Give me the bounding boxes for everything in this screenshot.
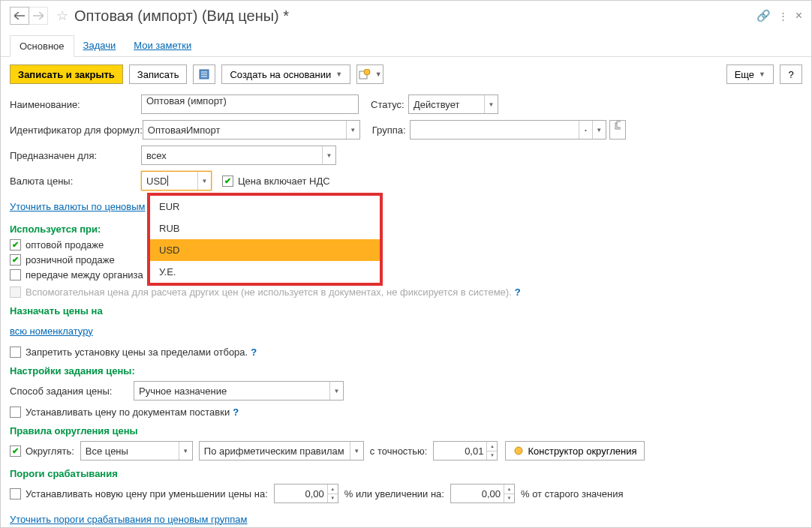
set-by-docs-checkbox[interactable]: ✔ xyxy=(10,406,21,418)
tab-tasks[interactable]: Задачи xyxy=(74,35,125,56)
chevron-down-icon[interactable]: ▼ xyxy=(592,121,606,139)
round-rule-select[interactable]: По арифметическим правилам ▼ xyxy=(199,441,364,460)
currency-option-ue[interactable]: У.Е. xyxy=(150,261,380,283)
spinner-icon[interactable]: ▲▼ xyxy=(327,484,338,502)
refine-currencies-link[interactable]: Уточнить валюты по ценовым xyxy=(10,201,146,212)
tab-main[interactable]: Основное xyxy=(10,35,74,57)
help-icon[interactable]: ? xyxy=(251,346,257,358)
constructor-icon xyxy=(513,446,524,456)
thresholds-header: Пороги срабатывания xyxy=(10,468,802,479)
name-input[interactable]: Оптовая (импорт) xyxy=(141,94,359,114)
vat-label: Цена включает НДС xyxy=(238,176,330,187)
wholesale-checkbox[interactable]: ✔ xyxy=(10,239,21,250)
set-new-price-checkbox[interactable]: ✔ xyxy=(10,488,21,500)
constructor-button[interactable]: Конструктор округления xyxy=(505,441,645,460)
chevron-down-icon: ▼ xyxy=(759,70,765,78)
favorite-icon[interactable]: ☆ xyxy=(56,8,68,24)
svg-point-2 xyxy=(364,69,370,75)
precision-input[interactable]: 0,01 ▲▼ xyxy=(433,441,498,460)
more-icon[interactable]: ⋮ xyxy=(778,10,788,22)
decrease-input[interactable]: 0,00 ▲▼ xyxy=(274,484,338,503)
nav-back-button[interactable] xyxy=(10,7,29,25)
chevron-down-icon[interactable]: ▼ xyxy=(197,172,211,190)
chevron-down-icon[interactable]: ▼ xyxy=(350,442,363,460)
form: Наименование: Оптовая (импорт) Статус: Д… xyxy=(1,92,811,528)
name-label: Наименование: xyxy=(10,99,141,110)
reports-button[interactable]: ▼ xyxy=(356,64,383,84)
refine-thresholds-link[interactable]: Уточнить пороги срабатывания по ценовым … xyxy=(10,514,248,525)
nav-forward-button[interactable] xyxy=(29,7,48,25)
method-label: Способ задания цены: xyxy=(10,386,134,397)
help-icon[interactable]: ? xyxy=(233,406,239,418)
method-select[interactable]: Ручное назначение ▼ xyxy=(134,381,344,400)
save-close-button[interactable]: Записать и закрыть xyxy=(10,64,123,84)
arrow-right-icon xyxy=(33,12,44,20)
currency-option-usd[interactable]: USD xyxy=(150,239,380,261)
group-select[interactable]: • ▼ xyxy=(410,120,606,140)
group-label: Группа: xyxy=(372,124,410,136)
open-icon xyxy=(615,121,621,130)
cursor-icon xyxy=(167,176,168,186)
report-icon xyxy=(359,69,371,80)
transfer-checkbox[interactable]: ✔ xyxy=(10,269,21,280)
all-nomenclature-link[interactable]: всю номенклатуру xyxy=(10,326,93,337)
header: ☆ Оптовая (импорт) (Вид цены) * 🔗 ⋮ × xyxy=(1,1,811,28)
currency-option-eur[interactable]: EUR xyxy=(150,196,380,218)
round-checkbox[interactable]: ✔ xyxy=(10,446,21,457)
status-label: Статус: xyxy=(371,99,408,110)
round-prices-select[interactable]: Все цены ▼ xyxy=(80,441,193,460)
chevron-down-icon[interactable]: ▼ xyxy=(322,146,335,164)
vat-checkbox[interactable]: ✔ xyxy=(222,176,233,187)
tabs: Основное Задачи Мои заметки xyxy=(1,32,811,57)
more-button[interactable]: Еще▼ xyxy=(726,64,774,84)
currency-label: Валюта цены: xyxy=(10,176,141,187)
ellipsis-icon[interactable]: • xyxy=(579,121,592,139)
retail-checkbox[interactable]: ✔ xyxy=(10,254,21,266)
list-icon xyxy=(199,69,209,80)
currency-dropdown: EUR RUB USD У.Е. xyxy=(147,193,383,286)
page-title: Оптовая (импорт) (Вид цены) * xyxy=(74,8,289,25)
chevron-down-icon: ▼ xyxy=(335,70,342,78)
currency-select[interactable]: USD ▼ xyxy=(141,171,212,190)
purpose-select[interactable]: всех ▼ xyxy=(141,146,336,165)
help-icon[interactable]: ? xyxy=(515,286,521,298)
increase-input[interactable]: 0,00 ▲▼ xyxy=(450,484,515,503)
arrow-left-icon xyxy=(14,12,25,20)
save-button[interactable]: Записать xyxy=(129,64,188,84)
chevron-down-icon[interactable]: ▼ xyxy=(179,442,192,460)
help-button[interactable]: ? xyxy=(780,64,802,84)
list-button[interactable] xyxy=(193,64,215,84)
create-based-button[interactable]: Создать на основании▼ xyxy=(221,64,350,84)
tab-notes[interactable]: Мои заметки xyxy=(125,35,200,56)
assign-prices-header: Назначать цены на xyxy=(10,305,802,316)
link-icon[interactable]: 🔗 xyxy=(756,9,771,22)
toolbar: Записать и закрыть Записать Создать на о… xyxy=(1,57,811,92)
open-group-button[interactable] xyxy=(609,120,626,140)
aux-checkbox: ✔ xyxy=(10,286,21,298)
spinner-icon[interactable]: ▲▼ xyxy=(486,442,497,460)
currency-option-rub[interactable]: RUB xyxy=(150,218,380,239)
chevron-down-icon[interactable]: ▼ xyxy=(484,95,498,113)
svg-rect-4 xyxy=(617,122,621,128)
svg-point-5 xyxy=(515,447,522,454)
close-icon[interactable]: × xyxy=(795,9,802,22)
rounding-header: Правила округления цены xyxy=(10,425,802,436)
id-input[interactable]: ОптоваяИмпорт ▼ xyxy=(143,120,360,140)
status-select[interactable]: Действует ▼ xyxy=(408,94,498,114)
chevron-down-icon[interactable]: ▼ xyxy=(329,382,343,400)
purpose-label: Предназначен для: xyxy=(10,150,141,161)
forbid-checkbox[interactable]: ✔ xyxy=(10,346,21,358)
spinner-icon[interactable]: ▲▼ xyxy=(504,484,514,502)
round-label: Округлять: xyxy=(26,446,74,457)
chevron-down-icon: ▼ xyxy=(375,70,382,78)
chevron-down-icon[interactable]: ▼ xyxy=(346,121,359,139)
id-label: Идентификатор для формул: xyxy=(10,124,143,136)
used-at-header: Используется при: xyxy=(10,224,802,235)
price-settings-header: Настройки задания цены: xyxy=(10,365,802,376)
precision-label: с точностью: xyxy=(370,446,428,457)
